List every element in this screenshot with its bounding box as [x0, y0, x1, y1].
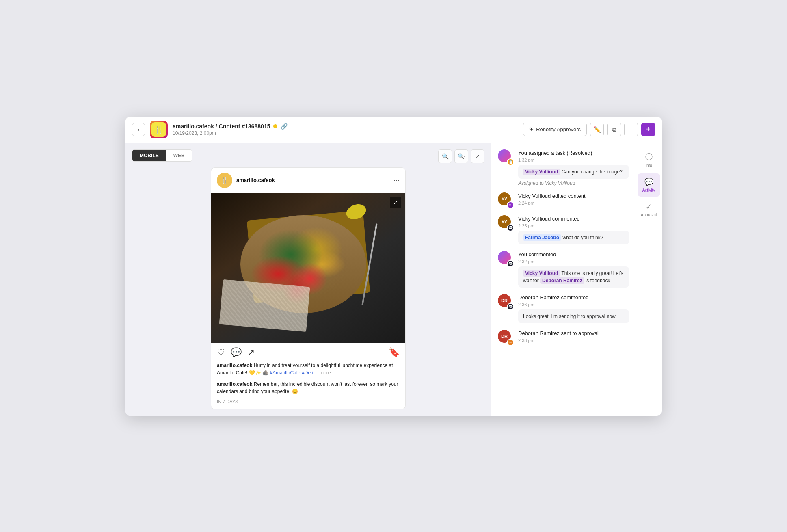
ig-avatar: 🍴 [217, 173, 232, 188]
back-button[interactable]: ‹ [132, 123, 145, 136]
app-window: ‹ 🍴 amarillo.cafeok / Content #13688015 … [125, 117, 662, 416]
badge-task: 📋 [507, 158, 514, 166]
link-icon[interactable]: 🔗 [281, 123, 288, 130]
info-label: Info [645, 163, 652, 168]
activity-title-edit: Vicky Vullioud edited content [518, 192, 629, 200]
status-dot [273, 124, 277, 128]
badge-deborah-sent: → [507, 339, 514, 346]
main-content: 🔍 🔍- ⤢ MOBILE WEB 🍴 amarillo.cafeok ··· [125, 143, 662, 416]
fullscreen-button[interactable]: ⤢ [471, 149, 484, 163]
renotify-button[interactable]: ✈ Renotify Approvers [523, 123, 587, 136]
comment-bubble-deborah: Looks great! I'm sending it to approval … [518, 309, 629, 323]
view-tabs: MOBILE WEB [132, 149, 192, 162]
comment-bubble-you: Vicky Vullioud This one is really great!… [518, 266, 629, 288]
ig-header: 🍴 amarillo.cafeok ··· [211, 168, 405, 193]
copy-button[interactable]: ⧉ [607, 123, 621, 136]
ig-hashtag1[interactable]: #AmarilloCafe [270, 370, 300, 376]
edit-button[interactable]: ✏️ [590, 123, 604, 136]
zoom-in-button[interactable]: 🔍 [438, 149, 452, 163]
content-title: amarillo.cafeok / Content #13688015 🔗 [173, 123, 518, 130]
add-button[interactable]: + [641, 123, 655, 136]
ig-more-button[interactable]: ··· [394, 176, 400, 184]
activity-title-deborah-sent: Deborah Ramirez sent to approval [518, 330, 629, 337]
activity-title-vicky-comment: Vicky Vullioud commented [518, 215, 629, 223]
activity-item-deborah-comment: DR 💬 Deborah Ramirez commented 2:36 pm L… [498, 294, 629, 323]
mention-deborah: Deborah Ramirez [540, 277, 584, 284]
activity-feed: 📋 You assigned a task (Resolved) 1:32 pm… [491, 143, 636, 416]
badge-you-comment: 💬 [507, 260, 514, 267]
ig-caption2: amarillo.cafeok Remember, this incredibl… [211, 381, 405, 399]
activity-body-deborah-sent: Deborah Ramirez sent to approval 2:38 pm [518, 330, 629, 346]
activity-body-vicky-comment: Vicky Vullioud commented 2:25 pm Fátima … [518, 215, 629, 244]
activity-time-deborah-comment: 2:36 pm [518, 302, 629, 307]
ig-more-text[interactable]: ... more [314, 370, 331, 376]
activity-title-deborah-comment: Deborah Ramirez commented [518, 294, 629, 301]
activity-item-vicky-comment: VV 💬 Vicky Vullioud commented 2:25 pm Fá… [498, 215, 629, 244]
tab-mobile[interactable]: MOBILE [132, 150, 166, 161]
ig-caption2-username: amarillo.cafeok [217, 381, 252, 387]
activity-time-deborah-sent: 2:38 pm [518, 338, 629, 343]
activity-body-task: You assigned a task (Resolved) 1:32 pm V… [518, 149, 629, 186]
comment-bubble-vicky: Fátima Jácobo what do you think? [518, 231, 629, 244]
activity-time-vicky-comment: 2:25 pm [518, 223, 629, 228]
activity-panel: 📋 You assigned a task (Resolved) 1:32 pm… [491, 143, 662, 416]
mention-vicky2: Vicky Vullioud [523, 270, 560, 277]
activity-item-you-comment: 💬 You commented 2:32 pm Vicky Vullioud T… [498, 251, 629, 288]
assigned-text: Assigned to Vicky Vullioud [518, 180, 629, 186]
sidebar-item-approval[interactable]: ✓ Approval [638, 198, 660, 221]
activity-title-you-comment: You commented [518, 251, 629, 258]
more-button[interactable]: ··· [624, 123, 638, 136]
sidebar-item-activity[interactable]: 💬 Activity [638, 173, 660, 197]
send-icon: ✈ [529, 126, 534, 132]
ig-bookmark-button[interactable]: 🔖 [389, 347, 400, 358]
ig-caption: amarillo.cafeok Hurry in and treat yours… [211, 362, 405, 381]
comment-text-you2: 's feedback [586, 278, 610, 283]
ig-comment-button[interactable]: 💬 [231, 347, 242, 358]
activity-time-edit: 2:24 pm [518, 201, 629, 205]
activity-label: Activity [642, 188, 655, 192]
header-info: amarillo.cafeok / Content #13688015 🔗 10… [173, 123, 518, 136]
activity-item-task: 📋 You assigned a task (Resolved) 1:32 pm… [498, 149, 629, 186]
badge-deborah-comment: 💬 [507, 303, 514, 310]
ig-image-container: ⤢ [211, 193, 405, 343]
approval-icon: ✓ [646, 202, 652, 211]
ig-expand-button[interactable]: ⤢ [390, 197, 401, 208]
activity-body-deborah-comment: Deborah Ramirez commented 2:36 pm Looks … [518, 294, 629, 323]
content-date: 10/19/2023, 2:00pm [173, 130, 518, 136]
activity-body-edit: Vicky Vullioud edited content 2:24 pm [518, 192, 629, 209]
ig-share-button[interactable]: ↗ [247, 347, 255, 358]
comment-bubble-task: Vicky Vullioud Can you change the image? [518, 165, 629, 179]
activity-icon: 💬 [644, 177, 653, 186]
badge-edit: ✏ [507, 201, 514, 209]
instagram-card: 🍴 amarillo.cafeok ··· [211, 167, 406, 409]
info-icon: ⓘ [645, 152, 653, 162]
avatar-group-you-comment: 💬 [498, 251, 514, 267]
ig-time: IN 7 DAYS [211, 399, 405, 409]
comment-text-task: Can you change the image? [562, 169, 623, 175]
avatar-group-vicky-comment: VV 💬 [498, 215, 514, 231]
comment-text-vicky: what do you think? [562, 235, 603, 240]
ig-hashtag2[interactable]: #Deli [302, 370, 313, 376]
ig-username: amarillo.cafeok [236, 177, 389, 183]
mention-vicky1: Vicky Vullioud [523, 169, 560, 175]
renotify-label: Renotify Approvers [536, 126, 581, 132]
badge-vicky-comment: 💬 [507, 224, 514, 231]
activity-title-task: You assigned a task (Resolved) [518, 149, 629, 157]
activity-body-you-comment: You commented 2:32 pm Vicky Vullioud Thi… [518, 251, 629, 288]
avatar-group-task: 📋 [498, 149, 514, 166]
comment-text-deborah: Looks great! I'm sending it to approval … [523, 314, 616, 319]
sidebar-item-info[interactable]: ⓘ Info [638, 148, 660, 172]
tab-web[interactable]: WEB [166, 150, 192, 161]
ig-like-button[interactable]: ♡ [217, 347, 225, 358]
zoom-out-button[interactable]: 🔍- [454, 149, 468, 163]
avatar-group-deborah-sent: DR → [498, 330, 514, 346]
approval-label: Approval [641, 213, 657, 217]
activity-item-edit: VV ✏ Vicky Vullioud edited content 2:24 … [498, 192, 629, 209]
ig-image [211, 193, 405, 343]
mention-fatima: Fátima Jácobo [523, 234, 561, 241]
activity-time-you-comment: 2:32 pm [518, 259, 629, 264]
ig-actions: ♡ 💬 ↗ 🔖 [211, 343, 405, 362]
right-sidebar: ⓘ Info 💬 Activity ✓ Approval [636, 143, 662, 416]
preview-toolbar: 🔍 🔍- ⤢ [438, 149, 484, 163]
header-actions: ✈ Renotify Approvers ✏️ ⧉ ··· + [523, 123, 655, 136]
